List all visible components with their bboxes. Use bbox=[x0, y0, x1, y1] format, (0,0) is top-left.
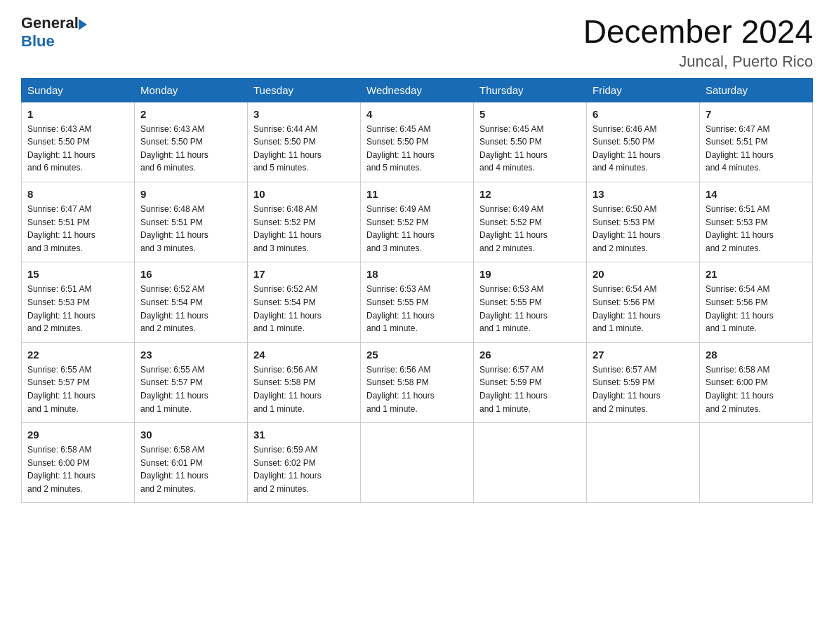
day-cell: 14 Sunrise: 6:51 AM Sunset: 5:53 PM Dayl… bbox=[700, 182, 813, 262]
day-info: Sunrise: 6:48 AM Sunset: 5:51 PM Dayligh… bbox=[140, 203, 241, 255]
day-cell: 22 Sunrise: 6:55 AM Sunset: 5:57 PM Dayl… bbox=[22, 342, 135, 422]
day-number: 20 bbox=[593, 268, 694, 280]
day-number: 15 bbox=[27, 268, 128, 280]
day-cell: 18 Sunrise: 6:53 AM Sunset: 5:55 PM Dayl… bbox=[361, 262, 474, 342]
day-number: 25 bbox=[366, 349, 468, 361]
day-number: 17 bbox=[253, 268, 355, 280]
day-cell: 13 Sunrise: 6:50 AM Sunset: 5:53 PM Dayl… bbox=[587, 182, 700, 262]
day-number: 5 bbox=[479, 108, 581, 120]
day-number: 6 bbox=[593, 108, 694, 120]
day-number: 26 bbox=[479, 349, 581, 361]
day-number: 27 bbox=[593, 349, 694, 361]
day-cell: 28 Sunrise: 6:58 AM Sunset: 6:00 PM Dayl… bbox=[700, 342, 813, 422]
day-number: 9 bbox=[140, 188, 241, 200]
day-number: 18 bbox=[366, 268, 468, 280]
day-info: Sunrise: 6:54 AM Sunset: 5:56 PM Dayligh… bbox=[593, 283, 694, 335]
day-info: Sunrise: 6:45 AM Sunset: 5:50 PM Dayligh… bbox=[479, 123, 581, 175]
day-cell: 27 Sunrise: 6:57 AM Sunset: 5:59 PM Dayl… bbox=[587, 342, 700, 422]
header-cell-saturday: Saturday bbox=[700, 78, 813, 102]
day-number: 19 bbox=[479, 268, 581, 280]
header-cell-tuesday: Tuesday bbox=[248, 78, 361, 102]
day-number: 23 bbox=[140, 349, 241, 361]
day-info: Sunrise: 6:49 AM Sunset: 5:52 PM Dayligh… bbox=[479, 203, 581, 255]
header-row: SundayMondayTuesdayWednesdayThursdayFrid… bbox=[22, 78, 813, 102]
day-cell: 15 Sunrise: 6:51 AM Sunset: 5:53 PM Dayl… bbox=[22, 262, 135, 342]
header-cell-monday: Monday bbox=[135, 78, 248, 102]
week-row-4: 22 Sunrise: 6:55 AM Sunset: 5:57 PM Dayl… bbox=[22, 342, 813, 422]
day-info: Sunrise: 6:50 AM Sunset: 5:53 PM Dayligh… bbox=[593, 203, 694, 255]
day-cell: 20 Sunrise: 6:54 AM Sunset: 5:56 PM Dayl… bbox=[587, 262, 700, 342]
day-number: 31 bbox=[253, 429, 355, 441]
day-cell: 26 Sunrise: 6:57 AM Sunset: 5:59 PM Dayl… bbox=[474, 342, 587, 422]
day-cell: 16 Sunrise: 6:52 AM Sunset: 5:54 PM Dayl… bbox=[135, 262, 248, 342]
calendar-table: SundayMondayTuesdayWednesdayThursdayFrid… bbox=[21, 78, 813, 504]
title-section: December 2024 Juncal, Puerto Rico bbox=[583, 14, 813, 71]
day-info: Sunrise: 6:43 AM Sunset: 5:50 PM Dayligh… bbox=[140, 123, 241, 175]
day-info: Sunrise: 6:55 AM Sunset: 5:57 PM Dayligh… bbox=[27, 363, 128, 415]
day-cell: 5 Sunrise: 6:45 AM Sunset: 5:50 PM Dayli… bbox=[474, 102, 587, 182]
day-info: Sunrise: 6:58 AM Sunset: 6:01 PM Dayligh… bbox=[140, 443, 241, 495]
logo-text-general: General bbox=[21, 14, 79, 32]
day-cell: 19 Sunrise: 6:53 AM Sunset: 5:55 PM Dayl… bbox=[474, 262, 587, 342]
day-cell: 2 Sunrise: 6:43 AM Sunset: 5:50 PM Dayli… bbox=[135, 102, 248, 182]
day-number: 2 bbox=[140, 108, 241, 120]
day-cell: 24 Sunrise: 6:56 AM Sunset: 5:58 PM Dayl… bbox=[248, 342, 361, 422]
day-cell bbox=[587, 423, 700, 503]
day-cell: 3 Sunrise: 6:44 AM Sunset: 5:50 PM Dayli… bbox=[248, 102, 361, 182]
week-row-5: 29 Sunrise: 6:58 AM Sunset: 6:00 PM Dayl… bbox=[22, 423, 813, 503]
day-info: Sunrise: 6:43 AM Sunset: 5:50 PM Dayligh… bbox=[27, 123, 128, 175]
day-info: Sunrise: 6:59 AM Sunset: 6:02 PM Dayligh… bbox=[253, 443, 355, 495]
day-number: 28 bbox=[706, 349, 807, 361]
day-number: 21 bbox=[706, 268, 807, 280]
day-info: Sunrise: 6:47 AM Sunset: 5:51 PM Dayligh… bbox=[706, 123, 807, 175]
day-cell bbox=[700, 423, 813, 503]
day-info: Sunrise: 6:53 AM Sunset: 5:55 PM Dayligh… bbox=[479, 283, 581, 335]
header-cell-sunday: Sunday bbox=[22, 78, 135, 102]
day-info: Sunrise: 6:48 AM Sunset: 5:52 PM Dayligh… bbox=[253, 203, 355, 255]
day-info: Sunrise: 6:44 AM Sunset: 5:50 PM Dayligh… bbox=[253, 123, 355, 175]
day-cell: 1 Sunrise: 6:43 AM Sunset: 5:50 PM Dayli… bbox=[22, 102, 135, 182]
day-cell: 29 Sunrise: 6:58 AM Sunset: 6:00 PM Dayl… bbox=[22, 423, 135, 503]
day-cell bbox=[361, 423, 474, 503]
week-row-3: 15 Sunrise: 6:51 AM Sunset: 5:53 PM Dayl… bbox=[22, 262, 813, 342]
day-info: Sunrise: 6:54 AM Sunset: 5:56 PM Dayligh… bbox=[706, 283, 807, 335]
day-info: Sunrise: 6:51 AM Sunset: 5:53 PM Dayligh… bbox=[27, 283, 128, 335]
day-info: Sunrise: 6:45 AM Sunset: 5:50 PM Dayligh… bbox=[366, 123, 468, 175]
day-info: Sunrise: 6:55 AM Sunset: 5:57 PM Dayligh… bbox=[140, 363, 241, 415]
day-number: 24 bbox=[253, 349, 355, 361]
day-number: 29 bbox=[27, 429, 128, 441]
day-number: 4 bbox=[366, 108, 468, 120]
header-cell-thursday: Thursday bbox=[474, 78, 587, 102]
day-cell: 17 Sunrise: 6:52 AM Sunset: 5:54 PM Dayl… bbox=[248, 262, 361, 342]
day-cell: 25 Sunrise: 6:56 AM Sunset: 5:58 PM Dayl… bbox=[361, 342, 474, 422]
week-row-1: 1 Sunrise: 6:43 AM Sunset: 5:50 PM Dayli… bbox=[22, 102, 813, 182]
logo: General Blue bbox=[21, 14, 87, 51]
day-number: 14 bbox=[706, 188, 807, 200]
day-number: 8 bbox=[27, 188, 128, 200]
header-cell-friday: Friday bbox=[587, 78, 700, 102]
day-info: Sunrise: 6:57 AM Sunset: 5:59 PM Dayligh… bbox=[593, 363, 694, 415]
day-number: 30 bbox=[140, 429, 241, 441]
day-cell: 21 Sunrise: 6:54 AM Sunset: 5:56 PM Dayl… bbox=[700, 262, 813, 342]
day-info: Sunrise: 6:57 AM Sunset: 5:59 PM Dayligh… bbox=[479, 363, 581, 415]
day-cell: 7 Sunrise: 6:47 AM Sunset: 5:51 PM Dayli… bbox=[700, 102, 813, 182]
day-number: 22 bbox=[27, 349, 128, 361]
day-info: Sunrise: 6:53 AM Sunset: 5:55 PM Dayligh… bbox=[366, 283, 468, 335]
day-cell: 30 Sunrise: 6:58 AM Sunset: 6:01 PM Dayl… bbox=[135, 423, 248, 503]
day-cell: 9 Sunrise: 6:48 AM Sunset: 5:51 PM Dayli… bbox=[135, 182, 248, 262]
day-info: Sunrise: 6:49 AM Sunset: 5:52 PM Dayligh… bbox=[366, 203, 468, 255]
month-title: December 2024 bbox=[583, 14, 813, 50]
day-info: Sunrise: 6:52 AM Sunset: 5:54 PM Dayligh… bbox=[253, 283, 355, 335]
day-cell: 4 Sunrise: 6:45 AM Sunset: 5:50 PM Dayli… bbox=[361, 102, 474, 182]
day-number: 1 bbox=[27, 108, 128, 120]
day-number: 13 bbox=[593, 188, 694, 200]
page-header: General Blue December 2024 Juncal, Puert… bbox=[21, 14, 813, 71]
day-cell bbox=[474, 423, 587, 503]
day-cell: 31 Sunrise: 6:59 AM Sunset: 6:02 PM Dayl… bbox=[248, 423, 361, 503]
day-cell: 6 Sunrise: 6:46 AM Sunset: 5:50 PM Dayli… bbox=[587, 102, 700, 182]
day-cell: 10 Sunrise: 6:48 AM Sunset: 5:52 PM Dayl… bbox=[248, 182, 361, 262]
day-cell: 23 Sunrise: 6:55 AM Sunset: 5:57 PM Dayl… bbox=[135, 342, 248, 422]
day-info: Sunrise: 6:56 AM Sunset: 5:58 PM Dayligh… bbox=[253, 363, 355, 415]
day-cell: 11 Sunrise: 6:49 AM Sunset: 5:52 PM Dayl… bbox=[361, 182, 474, 262]
day-number: 7 bbox=[706, 108, 807, 120]
